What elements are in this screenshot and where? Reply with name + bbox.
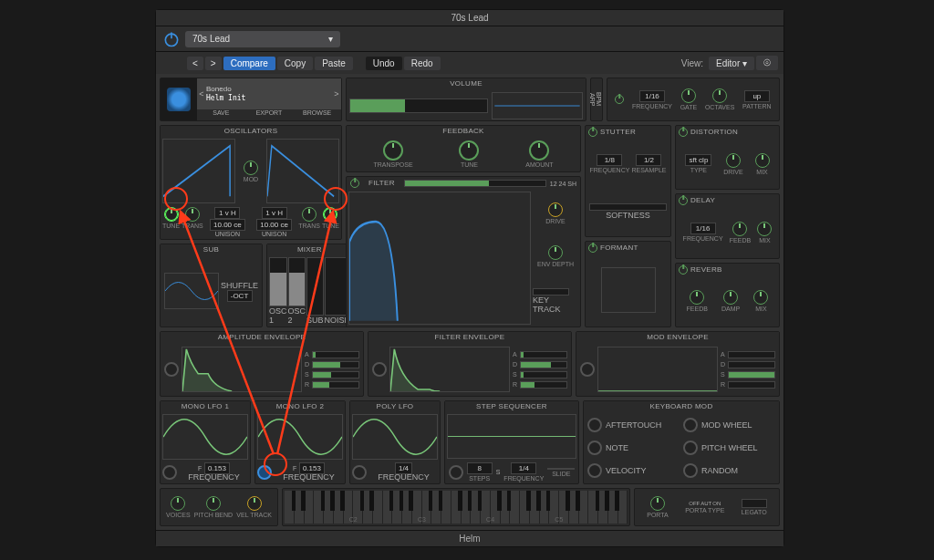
osc2-trans-knob[interactable] [302,207,317,222]
formant-xy-pad[interactable] [601,267,656,313]
patch-prev-button[interactable]: < [197,89,206,99]
polylfo-mod-socket[interactable] [352,465,367,480]
undo-button[interactable]: Undo [366,57,402,70]
osc2-tune-knob[interactable] [323,207,337,222]
stutter-softness-slider[interactable] [589,203,667,211]
filter-env-knob[interactable] [548,245,563,260]
mod-a-slider[interactable] [728,351,775,358]
step-freq-value[interactable]: 1/4 [511,462,536,474]
volume-slider[interactable] [349,99,488,113]
polylfo-wave-display[interactable] [352,414,438,460]
redo-button[interactable]: Redo [404,57,441,70]
amp-s-slider[interactable] [312,371,359,379]
compare-button[interactable]: Compare [223,57,275,70]
mod-env-mod-socket[interactable] [580,362,595,377]
amp-a-slider[interactable] [312,351,359,358]
filter-env-display[interactable] [389,347,510,392]
export-button[interactable]: EXPORT [245,109,294,120]
arp-pattern-button[interactable]: up [744,90,770,102]
mod-r-slider[interactable] [728,381,775,389]
fb-tune-knob[interactable] [459,140,479,161]
osc2-wave-display[interactable] [266,139,339,203]
step-slide-slider[interactable] [547,468,575,470]
reverb-power[interactable] [679,265,688,275]
stutter-power[interactable] [588,128,597,137]
amp-env-display[interactable] [182,347,302,392]
filt-r-slider[interactable] [520,381,567,389]
dist-drive-knob[interactable] [726,153,741,168]
lfo1-mod-socket[interactable] [162,465,177,480]
amp-d-slider[interactable] [312,361,359,368]
patch-name[interactable]: Helm Init [206,94,332,103]
filter-response-display[interactable] [348,192,531,325]
osc2-level-slider[interactable] [288,257,306,306]
aftertouch-socket[interactable] [587,418,602,432]
osc2-unison-voices[interactable]: 1 v H [262,207,287,219]
legato-button[interactable] [742,499,767,508]
modwheel-socket[interactable] [683,418,698,432]
mod-env-display[interactable] [597,347,718,392]
paste-button[interactable]: Paste [315,57,353,70]
steps-value[interactable]: 8 [467,462,493,474]
sub-level-slider[interactable] [306,257,324,316]
formant-power[interactable] [588,244,597,253]
filter-power-button[interactable] [350,179,359,188]
save-button[interactable]: SAVE [197,109,245,120]
plugin-power-button[interactable] [161,29,182,49]
porta-aut-button[interactable]: AUT [700,501,711,506]
filt-s-slider[interactable] [520,371,567,379]
voices-knob[interactable] [171,496,185,511]
filt-a-slider[interactable] [520,351,567,358]
amp-env-mod-socket[interactable] [164,362,179,377]
dist-power[interactable] [679,128,688,137]
pitchwheel-socket[interactable] [683,441,698,455]
arp-octaves-knob[interactable] [712,88,727,103]
step-mod-socket[interactable] [449,465,463,480]
filter-env-mod-socket[interactable] [372,362,387,377]
filter-blend-slider[interactable] [404,180,546,187]
lfo2-mod-socket[interactable] [257,465,272,480]
delay-feedb-knob[interactable] [732,222,747,236]
stutter-freq-value[interactable]: 1/8 [597,154,622,166]
view-selector[interactable]: Editor ▾ [709,57,754,70]
mod-s-slider[interactable] [728,371,775,379]
prev-button[interactable]: < [187,57,203,70]
lfo1-wave-display[interactable] [162,414,248,460]
osc1-trans-knob[interactable] [185,207,200,222]
delay-mix-knob[interactable] [757,222,772,236]
porta-on-button[interactable]: ON [712,501,721,506]
browse-button[interactable]: BROWSE [293,109,341,120]
stutter-resample-value[interactable]: 1/2 [636,154,661,166]
osc2-unison-detune[interactable]: 10.00 ce [256,219,292,231]
velocity-socket[interactable] [587,463,602,478]
patch-bank[interactable]: Bonedo [206,85,332,94]
pitchbend-knob[interactable] [206,496,221,511]
fb-amount-knob[interactable] [529,140,549,161]
filt-d-slider[interactable] [520,361,567,368]
step-seq-display[interactable] [447,414,576,459]
filter-mode-buttons[interactable]: 12 24 SH [550,181,576,187]
dist-mix-knob[interactable] [755,153,770,168]
osc1-level-slider[interactable] [269,257,287,306]
filter-drive-knob[interactable] [548,202,563,217]
delay-freq-value[interactable]: 1/16 [690,223,716,234]
osc-mod-knob[interactable] [244,161,258,175]
porta-knob[interactable] [650,496,665,511]
link-button[interactable]: ⦾ [756,56,778,70]
filter-keytrack-slider[interactable] [533,288,569,296]
arp-gate-knob[interactable] [681,88,696,103]
mod-d-slider[interactable] [728,361,775,368]
porta-off-button[interactable]: OFF [689,501,700,506]
note-socket[interactable] [587,441,602,455]
arp-freq-value[interactable]: 1/16 [639,90,665,102]
reverb-mix-knob[interactable] [753,290,768,305]
reverb-feedb-knob[interactable] [690,290,704,305]
dist-type-button[interactable]: sft clp [685,154,711,166]
veltrack-knob[interactable] [247,496,262,511]
preset-selector[interactable]: 70s Lead ▾ [185,31,340,47]
random-socket[interactable] [683,463,698,478]
osc1-unison-detune[interactable]: 10.00 ce [210,219,245,231]
arp-power-button[interactable] [615,95,624,104]
osc1-unison-voices[interactable]: 1 v H [214,207,240,219]
next-button[interactable]: > [205,57,222,70]
